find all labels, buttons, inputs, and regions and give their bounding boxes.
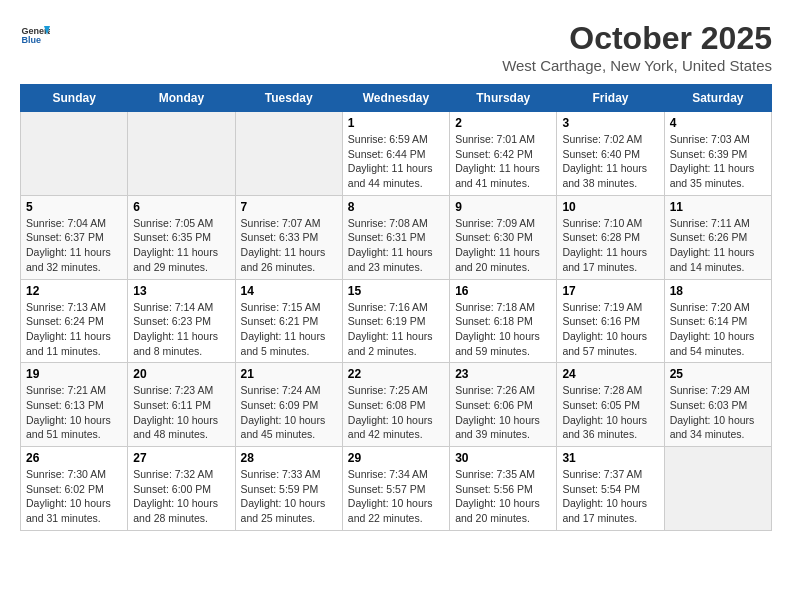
day-number: 29: [348, 451, 444, 465]
calendar-cell: 23Sunrise: 7:26 AM Sunset: 6:06 PM Dayli…: [450, 363, 557, 447]
day-number: 7: [241, 200, 337, 214]
day-info: Sunrise: 7:23 AM Sunset: 6:11 PM Dayligh…: [133, 383, 229, 442]
calendar-cell: 28Sunrise: 7:33 AM Sunset: 5:59 PM Dayli…: [235, 447, 342, 531]
header-sunday: Sunday: [21, 85, 128, 112]
day-number: 28: [241, 451, 337, 465]
calendar-cell: 16Sunrise: 7:18 AM Sunset: 6:18 PM Dayli…: [450, 279, 557, 363]
calendar-cell: 7Sunrise: 7:07 AM Sunset: 6:33 PM Daylig…: [235, 195, 342, 279]
title-block: October 2025 West Carthage, New York, Un…: [502, 20, 772, 74]
day-info: Sunrise: 7:35 AM Sunset: 5:56 PM Dayligh…: [455, 467, 551, 526]
calendar-cell: 4Sunrise: 7:03 AM Sunset: 6:39 PM Daylig…: [664, 112, 771, 196]
calendar-cell: 26Sunrise: 7:30 AM Sunset: 6:02 PM Dayli…: [21, 447, 128, 531]
calendar-cell: 8Sunrise: 7:08 AM Sunset: 6:31 PM Daylig…: [342, 195, 449, 279]
calendar-cell: 29Sunrise: 7:34 AM Sunset: 5:57 PM Dayli…: [342, 447, 449, 531]
calendar-cell: 20Sunrise: 7:23 AM Sunset: 6:11 PM Dayli…: [128, 363, 235, 447]
day-number: 24: [562, 367, 658, 381]
week-row-3: 12Sunrise: 7:13 AM Sunset: 6:24 PM Dayli…: [21, 279, 772, 363]
day-info: Sunrise: 7:19 AM Sunset: 6:16 PM Dayligh…: [562, 300, 658, 359]
day-number: 18: [670, 284, 766, 298]
day-number: 27: [133, 451, 229, 465]
day-info: Sunrise: 7:11 AM Sunset: 6:26 PM Dayligh…: [670, 216, 766, 275]
header-friday: Friday: [557, 85, 664, 112]
week-row-2: 5Sunrise: 7:04 AM Sunset: 6:37 PM Daylig…: [21, 195, 772, 279]
calendar-cell: [21, 112, 128, 196]
day-info: Sunrise: 7:34 AM Sunset: 5:57 PM Dayligh…: [348, 467, 444, 526]
day-info: Sunrise: 7:30 AM Sunset: 6:02 PM Dayligh…: [26, 467, 122, 526]
calendar-cell: 3Sunrise: 7:02 AM Sunset: 6:40 PM Daylig…: [557, 112, 664, 196]
week-row-5: 26Sunrise: 7:30 AM Sunset: 6:02 PM Dayli…: [21, 447, 772, 531]
day-number: 2: [455, 116, 551, 130]
day-info: Sunrise: 7:18 AM Sunset: 6:18 PM Dayligh…: [455, 300, 551, 359]
day-info: Sunrise: 7:01 AM Sunset: 6:42 PM Dayligh…: [455, 132, 551, 191]
day-number: 22: [348, 367, 444, 381]
day-info: Sunrise: 7:29 AM Sunset: 6:03 PM Dayligh…: [670, 383, 766, 442]
calendar-cell: 30Sunrise: 7:35 AM Sunset: 5:56 PM Dayli…: [450, 447, 557, 531]
svg-text:Blue: Blue: [22, 35, 42, 45]
calendar-cell: 1Sunrise: 6:59 AM Sunset: 6:44 PM Daylig…: [342, 112, 449, 196]
day-info: Sunrise: 7:37 AM Sunset: 5:54 PM Dayligh…: [562, 467, 658, 526]
day-info: Sunrise: 7:26 AM Sunset: 6:06 PM Dayligh…: [455, 383, 551, 442]
calendar-cell: 6Sunrise: 7:05 AM Sunset: 6:35 PM Daylig…: [128, 195, 235, 279]
calendar: SundayMondayTuesdayWednesdayThursdayFrid…: [20, 84, 772, 531]
day-info: Sunrise: 7:15 AM Sunset: 6:21 PM Dayligh…: [241, 300, 337, 359]
day-info: Sunrise: 7:16 AM Sunset: 6:19 PM Dayligh…: [348, 300, 444, 359]
week-row-1: 1Sunrise: 6:59 AM Sunset: 6:44 PM Daylig…: [21, 112, 772, 196]
calendar-cell: [664, 447, 771, 531]
day-info: Sunrise: 7:07 AM Sunset: 6:33 PM Dayligh…: [241, 216, 337, 275]
logo: General Blue: [20, 20, 50, 50]
day-info: Sunrise: 7:32 AM Sunset: 6:00 PM Dayligh…: [133, 467, 229, 526]
calendar-cell: 15Sunrise: 7:16 AM Sunset: 6:19 PM Dayli…: [342, 279, 449, 363]
day-number: 1: [348, 116, 444, 130]
day-info: Sunrise: 7:28 AM Sunset: 6:05 PM Dayligh…: [562, 383, 658, 442]
day-info: Sunrise: 7:33 AM Sunset: 5:59 PM Dayligh…: [241, 467, 337, 526]
calendar-cell: 11Sunrise: 7:11 AM Sunset: 6:26 PM Dayli…: [664, 195, 771, 279]
calendar-cell: 17Sunrise: 7:19 AM Sunset: 6:16 PM Dayli…: [557, 279, 664, 363]
location: West Carthage, New York, United States: [502, 57, 772, 74]
calendar-cell: 24Sunrise: 7:28 AM Sunset: 6:05 PM Dayli…: [557, 363, 664, 447]
day-info: Sunrise: 6:59 AM Sunset: 6:44 PM Dayligh…: [348, 132, 444, 191]
day-info: Sunrise: 7:25 AM Sunset: 6:08 PM Dayligh…: [348, 383, 444, 442]
week-row-4: 19Sunrise: 7:21 AM Sunset: 6:13 PM Dayli…: [21, 363, 772, 447]
day-info: Sunrise: 7:02 AM Sunset: 6:40 PM Dayligh…: [562, 132, 658, 191]
header-thursday: Thursday: [450, 85, 557, 112]
day-info: Sunrise: 7:08 AM Sunset: 6:31 PM Dayligh…: [348, 216, 444, 275]
day-info: Sunrise: 7:05 AM Sunset: 6:35 PM Dayligh…: [133, 216, 229, 275]
calendar-cell: 21Sunrise: 7:24 AM Sunset: 6:09 PM Dayli…: [235, 363, 342, 447]
header-wednesday: Wednesday: [342, 85, 449, 112]
day-info: Sunrise: 7:24 AM Sunset: 6:09 PM Dayligh…: [241, 383, 337, 442]
calendar-cell: 27Sunrise: 7:32 AM Sunset: 6:00 PM Dayli…: [128, 447, 235, 531]
day-number: 3: [562, 116, 658, 130]
day-number: 31: [562, 451, 658, 465]
calendar-cell: 10Sunrise: 7:10 AM Sunset: 6:28 PM Dayli…: [557, 195, 664, 279]
day-number: 8: [348, 200, 444, 214]
day-number: 25: [670, 367, 766, 381]
calendar-cell: 22Sunrise: 7:25 AM Sunset: 6:08 PM Dayli…: [342, 363, 449, 447]
header-monday: Monday: [128, 85, 235, 112]
day-number: 9: [455, 200, 551, 214]
calendar-cell: 2Sunrise: 7:01 AM Sunset: 6:42 PM Daylig…: [450, 112, 557, 196]
calendar-cell: 18Sunrise: 7:20 AM Sunset: 6:14 PM Dayli…: [664, 279, 771, 363]
day-info: Sunrise: 7:20 AM Sunset: 6:14 PM Dayligh…: [670, 300, 766, 359]
day-number: 26: [26, 451, 122, 465]
calendar-cell: 19Sunrise: 7:21 AM Sunset: 6:13 PM Dayli…: [21, 363, 128, 447]
day-number: 12: [26, 284, 122, 298]
page-header: General Blue October 2025 West Carthage,…: [20, 20, 772, 74]
calendar-cell: 31Sunrise: 7:37 AM Sunset: 5:54 PM Dayli…: [557, 447, 664, 531]
day-info: Sunrise: 7:21 AM Sunset: 6:13 PM Dayligh…: [26, 383, 122, 442]
day-number: 5: [26, 200, 122, 214]
calendar-cell: 25Sunrise: 7:29 AM Sunset: 6:03 PM Dayli…: [664, 363, 771, 447]
month-title: October 2025: [502, 20, 772, 57]
day-number: 21: [241, 367, 337, 381]
day-number: 10: [562, 200, 658, 214]
day-number: 11: [670, 200, 766, 214]
calendar-cell: [128, 112, 235, 196]
day-number: 20: [133, 367, 229, 381]
logo-icon: General Blue: [20, 20, 50, 50]
day-info: Sunrise: 7:14 AM Sunset: 6:23 PM Dayligh…: [133, 300, 229, 359]
day-number: 13: [133, 284, 229, 298]
calendar-header-row: SundayMondayTuesdayWednesdayThursdayFrid…: [21, 85, 772, 112]
calendar-cell: 12Sunrise: 7:13 AM Sunset: 6:24 PM Dayli…: [21, 279, 128, 363]
calendar-cell: 13Sunrise: 7:14 AM Sunset: 6:23 PM Dayli…: [128, 279, 235, 363]
day-number: 16: [455, 284, 551, 298]
day-info: Sunrise: 7:10 AM Sunset: 6:28 PM Dayligh…: [562, 216, 658, 275]
